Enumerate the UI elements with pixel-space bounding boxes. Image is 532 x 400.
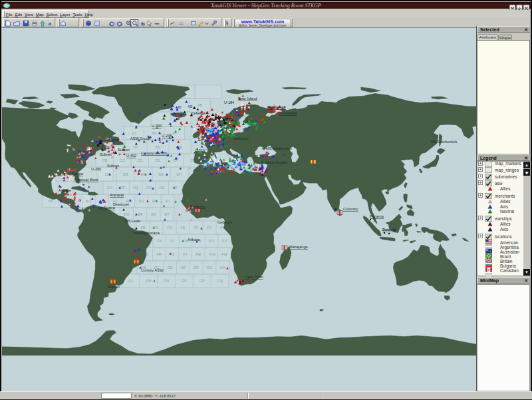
- svg-text:U-184: U-184: [224, 100, 234, 104]
- svg-text:GF: GF: [194, 266, 199, 270]
- svg-text:Destroyer: Destroyer: [113, 202, 129, 206]
- svg-text:Subnet: Subnet: [107, 164, 119, 168]
- svg-text:AB: AB: [198, 103, 203, 107]
- svg-text:Subnet: Subnet: [108, 285, 120, 289]
- svg-text:4B: 4B: [177, 105, 182, 109]
- svg-text:DT: DT: [173, 186, 178, 190]
- svg-text:U-260: U-260: [91, 167, 101, 171]
- svg-text:FB: FB: [140, 226, 145, 230]
- svg-text:EJ: EJ: [166, 199, 170, 203]
- svg-text:Icebergisturiana: Icebergisturiana: [133, 231, 160, 235]
- svg-text:FW: FW: [221, 252, 227, 256]
- svg-text:ER: ER: [138, 212, 143, 216]
- svg-text:FG: FG: [207, 226, 212, 230]
- svg-text:GE: GE: [180, 266, 186, 270]
- svg-text:GO: GO: [182, 279, 188, 283]
- svg-text:CE: CE: [155, 158, 160, 162]
- svg-text:DS: DS: [160, 186, 165, 190]
- svg-text:ES: ES: [151, 212, 156, 216]
- svg-text:FK: FK: [157, 239, 162, 243]
- svg-text:Panama: Panama: [370, 214, 384, 218]
- svg-text:Subnet: Subnet: [118, 148, 130, 152]
- svg-text:FE: FE: [180, 226, 185, 230]
- svg-text:La Guaira: La Guaira: [98, 206, 115, 210]
- svg-text:Kronshtadt: Kronshtadt: [279, 111, 297, 115]
- svg-text:Mahajanga: Mahajanga: [289, 245, 309, 249]
- svg-text:U-516: U-516: [195, 148, 205, 152]
- svg-text:FD: FD: [167, 226, 172, 230]
- svg-text:Iceberge: Iceberge: [191, 111, 205, 115]
- svg-text:ET: ET: [165, 212, 170, 216]
- svg-text:GP: GP: [200, 279, 205, 283]
- svg-text:FF: FF: [194, 226, 199, 230]
- svg-text:DH: DH: [177, 172, 182, 176]
- svg-text:GH: GH: [220, 266, 225, 270]
- svg-text:AB: AB: [188, 104, 193, 108]
- svg-text:FV: FV: [209, 252, 213, 256]
- svg-text:FC: FC: [154, 226, 158, 230]
- svg-text:Narvik: Narvik: [239, 107, 250, 111]
- svg-text:Aranada: Aranada: [110, 193, 124, 197]
- svg-text:DE: DE: [123, 172, 128, 176]
- svg-text:MS Heidemann: MS Heidemann: [266, 146, 292, 150]
- svg-text:Airgroup: Airgroup: [105, 138, 119, 142]
- svg-text:GN: GN: [164, 279, 169, 283]
- svg-text:Freetown: Freetown: [190, 204, 205, 208]
- svg-text:Tampa: Tampa: [72, 172, 84, 176]
- svg-text:S: S: [225, 21, 229, 27]
- svg-text:Iceberge: Iceberge: [217, 220, 232, 224]
- svg-text:DP: DP: [120, 186, 126, 190]
- svg-text:CB: CB: [102, 158, 107, 162]
- svg-text:Batavia: Batavia: [382, 228, 396, 232]
- svg-text:AK: AK: [152, 131, 157, 135]
- svg-text:U-248: U-248: [162, 134, 172, 138]
- svg-text:Cape Town: Cape Town: [245, 275, 263, 279]
- svg-text:DO: DO: [107, 186, 113, 190]
- svg-text:PA: PA: [49, 199, 53, 203]
- svg-text:U-300: U-300: [152, 124, 162, 128]
- svg-text:EQ: EQ: [124, 212, 130, 216]
- svg-text:CD: CD: [137, 158, 142, 162]
- svg-text:ASW Group: ASW Group: [130, 136, 150, 140]
- svg-text:Colombo: Colombo: [343, 207, 358, 211]
- svg-text:CC: CC: [120, 158, 125, 162]
- svg-text:AJ: AJ: [132, 131, 136, 135]
- svg-text:GQ: GQ: [217, 279, 223, 283]
- svg-text:GG: GG: [207, 266, 213, 270]
- svg-text:MS Reichenfels: MS Reichenfels: [431, 140, 457, 144]
- svg-text:MS Leda: MS Leda: [125, 219, 140, 223]
- svg-text:GM: GM: [146, 279, 152, 283]
- svg-text:Subnet: Subnet: [100, 152, 112, 156]
- svg-text:Bear Island: Bear Island: [238, 97, 257, 100]
- svg-text:a: a: [49, 21, 52, 27]
- svg-text:EG: EG: [139, 199, 144, 203]
- svg-text:Convoy UGS30: Convoy UGS30: [141, 151, 167, 155]
- svg-text:BD: BD: [156, 145, 161, 149]
- svg-text:GL: GL: [128, 279, 133, 283]
- svg-text:Airgroup West: Airgroup West: [74, 178, 98, 182]
- svg-text:FR: FR: [157, 252, 162, 256]
- svg-text:Airbase: Airbase: [188, 238, 200, 242]
- svg-text:Murmansk: Murmansk: [267, 105, 287, 109]
- svg-text:Iceberge: Iceberge: [234, 136, 249, 140]
- svg-text:Airbase: Airbase: [59, 188, 71, 192]
- svg-text:BC: BC: [134, 145, 139, 149]
- svg-text:FO: FO: [209, 239, 214, 243]
- svg-text:U-402: U-402: [126, 154, 136, 158]
- svg-text:Convoy AS92: Convoy AS92: [141, 268, 164, 272]
- svg-text:DR: DR: [146, 186, 152, 190]
- svg-text:DQ: DQ: [133, 186, 139, 190]
- svg-text:FL: FL: [170, 239, 174, 243]
- svg-text:FP: FP: [222, 239, 227, 243]
- svg-text:GD: GD: [167, 266, 172, 270]
- svg-text:Auxiliary Cruiser: Auxiliary Cruiser: [261, 160, 288, 164]
- svg-text:FT: FT: [183, 252, 188, 256]
- svg-text:DG: DG: [158, 172, 164, 176]
